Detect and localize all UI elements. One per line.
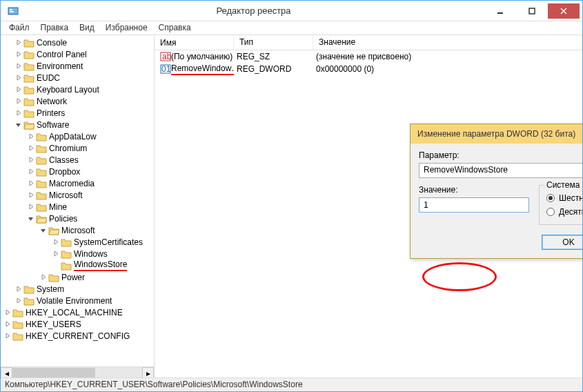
tree-item[interactable]: Chromium bbox=[2, 142, 154, 154]
value-row[interactable]: ab(По умолчанию)REG_SZ(значение не присв… bbox=[155, 50, 582, 63]
tree-item[interactable]: Classes bbox=[2, 154, 154, 166]
expand-icon[interactable] bbox=[27, 133, 34, 140]
menu-help[interactable]: Справка bbox=[153, 21, 197, 35]
col-type[interactable]: Тип bbox=[234, 35, 313, 50]
svg-text:011: 011 bbox=[161, 64, 171, 74]
values-pane: Имя Тип Значение ab(По умолчанию)REG_SZ(… bbox=[155, 35, 582, 378]
radio-hex[interactable] bbox=[546, 194, 555, 202]
tree-item[interactable]: Power bbox=[2, 271, 154, 283]
tree-item-label: Environment bbox=[37, 61, 83, 71]
expand-icon[interactable] bbox=[14, 50, 22, 58]
expand-icon[interactable] bbox=[14, 86, 22, 93]
tree-item[interactable]: Network bbox=[2, 95, 154, 107]
minimize-button[interactable] bbox=[484, 3, 516, 19]
edit-dword-dialog: Изменение параметра DWORD (32 бита) Пара… bbox=[410, 124, 583, 259]
collapse-icon[interactable] bbox=[14, 121, 22, 128]
scroll-right-icon[interactable]: ▸ bbox=[142, 367, 154, 378]
tree-item[interactable]: Microsoft bbox=[2, 189, 154, 201]
collapse-icon[interactable] bbox=[27, 215, 34, 222]
tree-item[interactable]: Macromedia bbox=[2, 177, 154, 189]
param-name-field[interactable]: RemoveWindowsStore bbox=[419, 163, 583, 178]
expand-icon[interactable] bbox=[39, 273, 47, 281]
tree-item-label: Software bbox=[37, 120, 69, 130]
tree-h-scrollbar[interactable]: ◂ ▸ bbox=[1, 366, 154, 378]
menu-edit[interactable]: Правка bbox=[35, 21, 75, 35]
values-list[interactable]: ab(По умолчанию)REG_SZ(значение не присв… bbox=[155, 50, 582, 75]
tree-item[interactable]: WindowsStore bbox=[2, 259, 154, 271]
expand-icon[interactable] bbox=[27, 179, 34, 187]
expand-icon[interactable] bbox=[14, 74, 22, 81]
value-input[interactable] bbox=[419, 197, 529, 213]
expand-icon[interactable] bbox=[14, 62, 22, 70]
tree-item[interactable]: Mine bbox=[2, 201, 154, 213]
tree-item-label: System bbox=[37, 284, 64, 294]
expand-icon[interactable] bbox=[14, 285, 22, 293]
tree-item[interactable]: HKEY_LOCAL_MACHINE bbox=[2, 306, 154, 318]
maximize-button[interactable] bbox=[516, 3, 548, 19]
scroll-left-icon[interactable]: ◂ bbox=[1, 367, 12, 378]
expand-icon[interactable] bbox=[52, 250, 59, 257]
tree-item[interactable]: Microsoft bbox=[2, 224, 154, 236]
expand-icon[interactable] bbox=[14, 97, 22, 105]
tree-item[interactable]: Dropbox bbox=[2, 166, 154, 177]
menu-file[interactable]: Файл bbox=[3, 21, 35, 35]
folder-icon bbox=[36, 144, 47, 153]
expand-icon[interactable] bbox=[3, 332, 11, 340]
title-bar: Редактор реестра bbox=[1, 1, 582, 21]
expand-icon[interactable] bbox=[27, 191, 34, 199]
tree-item-label: Classes bbox=[49, 155, 79, 165]
tree-item[interactable]: Console bbox=[2, 37, 154, 48]
tree-item[interactable]: HKEY_CURRENT_CONFIG bbox=[2, 330, 154, 342]
tree-item[interactable]: Windows bbox=[2, 248, 154, 259]
expand-icon[interactable] bbox=[27, 144, 34, 152]
folder-icon bbox=[23, 97, 34, 106]
expand-icon[interactable] bbox=[52, 238, 59, 246]
folder-icon bbox=[23, 50, 34, 59]
col-value[interactable]: Значение bbox=[313, 35, 582, 50]
tree-item-label: Windows bbox=[74, 249, 108, 259]
radio-dec-row[interactable]: Десятичная bbox=[546, 205, 583, 219]
tree-item[interactable]: AppDataLow bbox=[2, 130, 154, 142]
tree-item[interactable]: Environment bbox=[2, 60, 154, 72]
expand-icon[interactable] bbox=[27, 168, 34, 175]
folder-icon bbox=[36, 179, 47, 188]
tree-item-label: Power bbox=[61, 273, 85, 282]
tree-item-label: Keyboard Layout bbox=[37, 85, 99, 95]
radio-hex-row[interactable]: Шестнадцатеричная bbox=[546, 191, 583, 205]
tree-item[interactable]: HKEY_USERS bbox=[2, 318, 154, 330]
expand-icon[interactable] bbox=[14, 297, 22, 304]
ok-button[interactable]: OK bbox=[542, 235, 583, 250]
tree-item-label: HKEY_CURRENT_CONFIG bbox=[26, 331, 130, 341]
folder-icon bbox=[23, 120, 34, 130]
value-type: REG_SZ bbox=[234, 52, 313, 61]
expand-icon[interactable] bbox=[3, 320, 11, 328]
base-group-legend: Система исчисления bbox=[544, 180, 583, 190]
tree-item[interactable]: System bbox=[2, 283, 154, 295]
scroll-thumb[interactable] bbox=[12, 368, 95, 378]
tree-item[interactable]: Volatile Environment bbox=[2, 295, 154, 306]
collapse-icon[interactable] bbox=[39, 226, 47, 234]
tree-item[interactable]: EUDC bbox=[2, 72, 154, 84]
menu-favorites[interactable]: Избранное bbox=[100, 21, 153, 35]
expand-icon[interactable] bbox=[3, 308, 11, 316]
folder-icon bbox=[23, 284, 34, 294]
tree-item[interactable]: Printers bbox=[2, 107, 154, 119]
expand-icon[interactable] bbox=[14, 109, 22, 117]
expand-icon[interactable] bbox=[27, 156, 34, 164]
radio-dec[interactable] bbox=[546, 208, 555, 216]
expand-icon[interactable] bbox=[27, 203, 34, 210]
expand-icon[interactable] bbox=[14, 39, 22, 46]
tree-item-label: Volatile Environment bbox=[37, 296, 112, 306]
folder-icon bbox=[23, 108, 34, 118]
col-name[interactable]: Имя bbox=[155, 35, 234, 50]
value-row[interactable]: 011RemoveWindow…REG_DWORD0x00000000 (0) bbox=[155, 63, 582, 75]
menu-view[interactable]: Вид bbox=[74, 21, 100, 35]
tree-item[interactable]: Software bbox=[2, 119, 154, 130]
registry-tree[interactable]: ConsoleControl PanelEnvironmentEUDCKeybo… bbox=[1, 37, 154, 366]
tree-item[interactable]: Policies bbox=[2, 213, 154, 224]
dialog-title-bar[interactable]: Изменение параметра DWORD (32 бита) bbox=[411, 124, 583, 144]
close-button[interactable] bbox=[548, 3, 580, 19]
tree-item[interactable]: SystemCertificates bbox=[2, 236, 154, 248]
tree-item[interactable]: Keyboard Layout bbox=[2, 84, 154, 95]
tree-item[interactable]: Control Panel bbox=[2, 48, 154, 60]
